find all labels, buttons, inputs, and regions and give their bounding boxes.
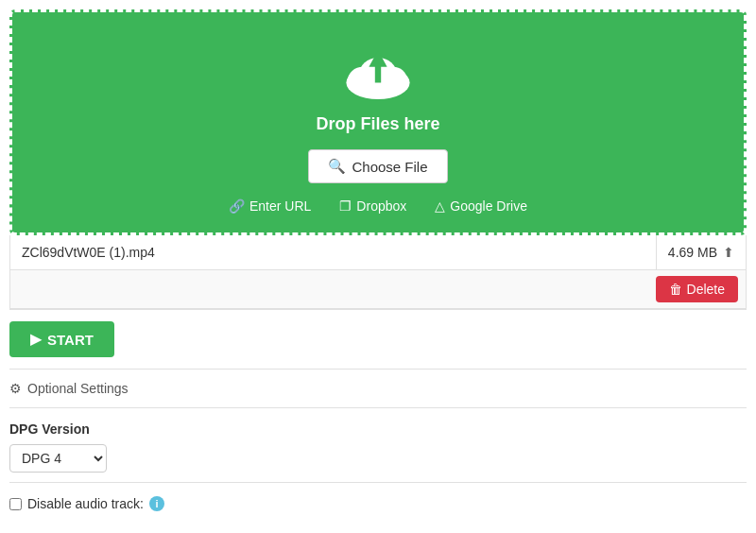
- drop-files-text: Drop Files here: [31, 114, 725, 134]
- dpg-version-label: DPG Version: [9, 421, 747, 437]
- file-size-cell: 4.69 MB ⬆: [657, 235, 746, 269]
- google-drive-icon: △: [435, 198, 445, 214]
- file-list-section: ZCl69dVtW0E (1).mp4 4.69 MB ⬆ 🗑 Delete: [9, 235, 747, 310]
- google-drive-link[interactable]: △ Google Drive: [435, 198, 527, 214]
- gear-icon: ⚙: [9, 381, 22, 396]
- trash-icon: 🗑: [669, 282, 682, 297]
- audio-track-label[interactable]: Disable audio track: i: [9, 496, 747, 511]
- search-icon: 🔍: [328, 158, 346, 175]
- optional-settings-header: ⚙ Optional Settings: [9, 381, 747, 396]
- start-section: ▶ START: [9, 310, 747, 370]
- info-icon[interactable]: i: [149, 496, 164, 511]
- file-size-value: 4.69 MB: [668, 245, 717, 260]
- choose-file-button[interactable]: 🔍 Choose File: [308, 149, 447, 183]
- disable-audio-checkbox[interactable]: [9, 498, 22, 510]
- dropbox-link[interactable]: ❐ Dropbox: [339, 198, 406, 214]
- start-label: START: [47, 332, 94, 348]
- audio-section: Disable audio track: i: [9, 483, 747, 524]
- choose-file-label: Choose File: [352, 159, 427, 175]
- start-button[interactable]: ▶ START: [9, 321, 114, 357]
- file-name: ZCl69dVtW0E (1).mp4: [10, 235, 657, 269]
- dropbox-icon: ❐: [339, 198, 352, 214]
- optional-settings-section: ⚙ Optional Settings: [9, 370, 747, 408]
- dpg-version-section: DPG Version DPG 4 DPG 3 DPG 2 DPG 1: [9, 408, 747, 483]
- delete-button[interactable]: 🗑 Delete: [656, 276, 738, 302]
- link-icon: 🔗: [229, 198, 245, 214]
- disable-audio-text: Disable audio track:: [27, 496, 144, 511]
- delete-label: Delete: [687, 282, 725, 297]
- page-wrapper: Drop Files here 🔍 Choose File 🔗 Enter UR…: [0, 0, 756, 533]
- file-actions-row: 🗑 Delete: [10, 270, 746, 309]
- drop-zone: Drop Files here 🔍 Choose File 🔗 Enter UR…: [9, 9, 747, 235]
- upload-icon: ⬆: [723, 245, 734, 260]
- cloud-upload-icon: [340, 41, 416, 105]
- dpg-version-select[interactable]: DPG 4 DPG 3 DPG 2 DPG 1: [9, 444, 107, 473]
- play-icon: ▶: [30, 331, 42, 348]
- enter-url-link[interactable]: 🔗 Enter URL: [229, 198, 311, 214]
- external-links: 🔗 Enter URL ❐ Dropbox △ Google Drive: [31, 198, 725, 214]
- file-row: ZCl69dVtW0E (1).mp4 4.69 MB ⬆: [10, 235, 746, 270]
- optional-settings-label: Optional Settings: [27, 381, 129, 396]
